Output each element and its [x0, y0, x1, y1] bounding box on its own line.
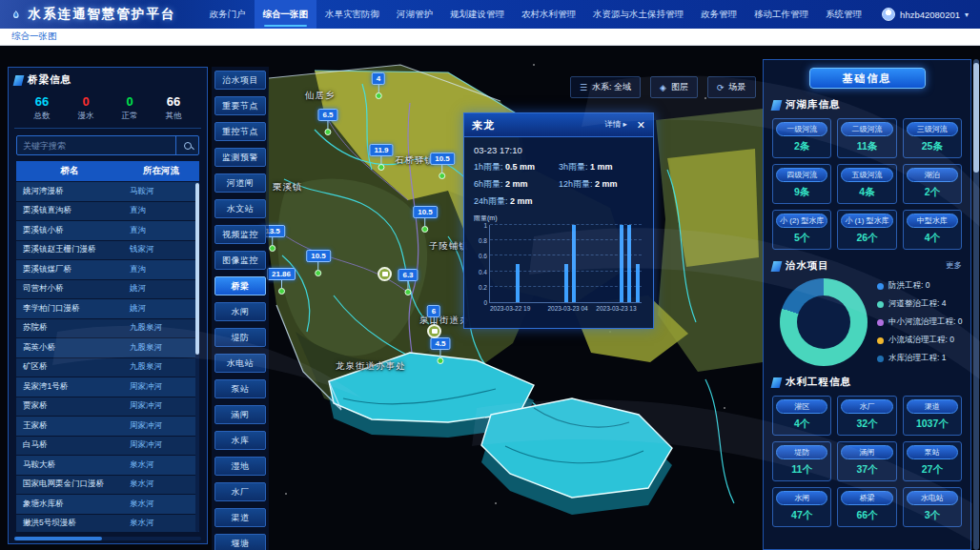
layer-item-水文站[interactable]: 水文站 — [214, 199, 266, 218]
stat-label: 漫水 — [64, 111, 108, 122]
table-row[interactable]: 王家桥周家冲河 — [16, 417, 199, 436]
map-control-1[interactable]: ☰水系: 全域 — [570, 76, 641, 98]
nav-item-3[interactable]: 水旱灾害防御 — [316, 0, 388, 29]
search-button[interactable] — [175, 136, 198, 154]
eng-tile-4[interactable]: 堤防11个 — [772, 441, 831, 481]
table-row[interactable]: 栗溪镇小桥直沟 — [16, 221, 199, 240]
breadcrumb[interactable]: 综合一张图 — [11, 31, 57, 43]
layer-item-渠道[interactable]: 渠道 — [214, 508, 266, 527]
river-tile-3[interactable]: 三级河流25条 — [903, 118, 962, 158]
table-row[interactable]: 栗溪镇煤厂桥直沟 — [16, 260, 199, 279]
nav-item-1[interactable]: 政务门户 — [201, 0, 255, 29]
map-value-badge[interactable]: 11.9 — [369, 144, 393, 171]
layer-item-水厂[interactable]: 水厂 — [214, 482, 266, 501]
layer-item-桥梁[interactable]: 桥梁 — [214, 276, 266, 295]
nav-item-9[interactable]: 移动工作管理 — [745, 0, 817, 29]
table-row[interactable]: 栗溪镇直沟桥直沟 — [16, 202, 199, 221]
table-row[interactable]: 矿区桥九股泉河 — [16, 358, 199, 377]
cell-bridge-name: 栗溪镇煤厂桥 — [16, 264, 123, 275]
more-link[interactable]: 更多 — [946, 260, 962, 272]
eng-tile-5[interactable]: 涵闸37个 — [837, 441, 896, 481]
table-row[interactable]: 李学柏门口漫桥姚河 — [16, 299, 199, 318]
map-value-badge[interactable]: 10.5 — [430, 153, 455, 179]
river-tile-1[interactable]: 一级河流2条 — [772, 118, 831, 158]
table-row[interactable]: 象塘水库桥泉水河 — [16, 495, 199, 514]
table-row[interactable]: 姚河湾漫桥马鞍河 — [16, 182, 199, 201]
badge-value: 10.5 — [413, 206, 438, 218]
table-row[interactable]: 吴家湾1号桥周家冲河 — [16, 377, 199, 397]
river-tiles: 一级河流2条二级河流11条三级河流25条四级河流9条五级河流4条湖泊2个小 (2… — [772, 118, 962, 250]
camera-marker-icon[interactable] — [378, 267, 392, 281]
nav-item-2[interactable]: 综合一张图 — [255, 0, 317, 29]
user-menu[interactable]: hhzb42080201 ▾ — [882, 8, 969, 21]
map-value-badge[interactable]: 6.5 — [317, 109, 337, 135]
nav-item-7[interactable]: 水资源与水土保持管理 — [584, 0, 692, 29]
popup-details-link[interactable]: 详情 ▸ — [604, 119, 627, 131]
map-value-badge[interactable]: 10.5 — [306, 250, 331, 276]
tile-value: 3个 — [907, 509, 958, 522]
nav-item-8[interactable]: 政务管理 — [692, 0, 745, 29]
river-tile-4[interactable]: 四级河流9条 — [772, 164, 831, 204]
map-value-badge[interactable]: 10.5 — [413, 206, 438, 233]
nav-item-5[interactable]: 规划建设管理 — [441, 0, 513, 29]
layer-item-重要节点[interactable]: 重要节点 — [214, 96, 266, 115]
layer-item-湿地[interactable]: 湿地 — [214, 457, 266, 476]
map-value-badge[interactable]: 4 — [372, 72, 385, 99]
cell-river: 直沟 — [123, 205, 199, 216]
badge-stem — [440, 350, 441, 357]
popup-title: 来龙 — [472, 118, 604, 132]
eng-tile-8[interactable]: 桥梁66个 — [837, 487, 896, 527]
map-control-2[interactable]: ◈图层 — [650, 76, 698, 98]
table-row[interactable]: 白马桥周家冲河 — [16, 437, 199, 456]
layer-item-监测预警[interactable]: 监测预警 — [214, 148, 266, 167]
river-tile-8[interactable]: 小 (1) 型水库26个 — [837, 210, 896, 250]
river-tile-7[interactable]: 小 (2) 型水库5个 — [772, 210, 831, 250]
layer-item-河道闸[interactable]: 河道闸 — [214, 173, 266, 193]
layer-menu: 治水项目重要节点重控节点监测预警河道闸水文站视频监控图像监控桥梁水闸堤防水电站泵… — [212, 67, 269, 550]
col-header-river: 所在河流 — [123, 165, 199, 177]
river-tile-5[interactable]: 五级河流4条 — [837, 164, 896, 204]
search-input[interactable] — [17, 136, 175, 154]
eng-tile-1[interactable]: 灌区4个 — [772, 396, 831, 436]
river-tile-9[interactable]: 中型水库4个 — [903, 210, 962, 250]
table-row[interactable]: 马鞍大桥泉水河 — [16, 456, 199, 475]
eng-tile-3[interactable]: 渠道1037个 — [903, 396, 962, 436]
map-control-3[interactable]: ⟳场景 — [707, 76, 756, 98]
river-tile-2[interactable]: 二级河流11条 — [837, 118, 896, 158]
table-row[interactable]: 国家电网栗金门口漫桥泉水河 — [16, 476, 199, 495]
nav-item-10[interactable]: 系统管理 — [817, 0, 870, 29]
eng-tile-7[interactable]: 水闸47个 — [772, 487, 831, 527]
layer-item-泵站[interactable]: 泵站 — [214, 379, 266, 398]
eng-tile-2[interactable]: 水厂32个 — [837, 396, 896, 436]
table-row[interactable]: 苏院桥九股泉河 — [16, 319, 199, 338]
layer-item-水闸[interactable]: 水闸 — [214, 302, 266, 321]
eng-tile-6[interactable]: 泵站27个 — [903, 441, 962, 481]
table-horizontal-scrollbar[interactable] — [14, 537, 201, 540]
table-vertical-scrollbar[interactable] — [195, 183, 199, 532]
river-tile-6[interactable]: 湖泊2个 — [903, 164, 962, 204]
page-scrollbar[interactable] — [973, 59, 979, 550]
close-icon[interactable]: ✕ — [637, 119, 645, 132]
table-row[interactable]: 高英小桥九股泉河 — [16, 338, 199, 357]
map-value-badge[interactable]: 21.86 — [267, 268, 296, 295]
layer-item-堤防[interactable]: 堤防 — [214, 328, 266, 347]
layer-item-治水项目[interactable]: 治水项目 — [214, 71, 266, 90]
layer-item-水电站[interactable]: 水电站 — [214, 354, 266, 373]
layer-item-堰塘[interactable]: 堰塘 — [214, 534, 266, 550]
layer-item-视频监控[interactable]: 视频监控 — [214, 225, 266, 244]
map-value-badge[interactable]: 6.3 — [398, 269, 418, 295]
tab-basic-info[interactable]: 基础信息 — [809, 68, 926, 89]
map-value-badge[interactable]: 4.5 — [430, 337, 450, 364]
layer-item-涵闸[interactable]: 涵闸 — [214, 405, 266, 424]
table-row[interactable]: 贾家桥周家冲河 — [16, 397, 199, 417]
table-row[interactable]: 栗溪镇赵王栅门漫桥钱家河 — [16, 241, 199, 260]
eng-tile-9[interactable]: 水电站3个 — [903, 487, 962, 527]
nav-item-4[interactable]: 河湖管护 — [388, 0, 441, 29]
camera-marker-icon[interactable] — [427, 324, 441, 338]
table-row[interactable]: 撇洪5号坝漫桥泉水河 — [16, 515, 199, 533]
layer-item-图像监控[interactable]: 图像监控 — [214, 251, 266, 270]
table-row[interactable]: 司营村小桥姚河 — [16, 280, 199, 299]
layer-item-重控节点[interactable]: 重控节点 — [214, 122, 266, 141]
layer-item-水库[interactable]: 水库 — [214, 431, 266, 450]
nav-item-6[interactable]: 农村水利管理 — [513, 0, 584, 29]
